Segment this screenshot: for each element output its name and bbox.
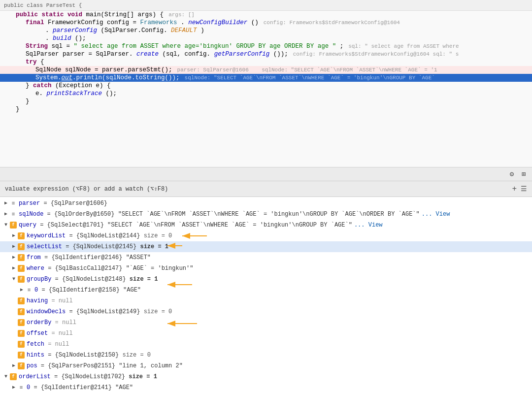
f-icon-query: f [10, 222, 17, 229]
toolbar-strip: ⚙ ⊞ [0, 167, 532, 181]
gear-icon[interactable]: ⚙ [507, 170, 516, 179]
code-line-11: e. printStackTrace (); [0, 90, 532, 98]
watch-item-offset[interactable]: ▶ f offset = null [0, 328, 532, 339]
toggle-query[interactable]: ▼ [2, 221, 10, 229]
watch-item-hints[interactable]: ▶ f hints = {SqlNodeList@2150} size = 0 [0, 350, 532, 360]
watch-item-having[interactable]: ▶ f having = null [0, 295, 532, 306]
code-line-13: } [0, 105, 532, 113]
watch-item-orderlist-0[interactable]: ▶ ≡ 0 = {SqlIdentifier@2141} "AGE" [0, 382, 532, 393]
watch-item-fetch[interactable]: ▶ f fetch = null [0, 339, 532, 350]
watch-item-sqlnode[interactable]: ▶ ≡ sqlNode = {SqlOrderBy@1650} "SELECT … [0, 209, 532, 220]
watch-panel[interactable]: ▶ ≡ parser = {SqlParser@1606} ▶ ≡ sqlNod… [0, 197, 532, 393]
code-line-6: SqlParser parser = SqlParser. create (sq… [0, 50, 532, 58]
f-icon-keywordlist: f [18, 232, 25, 239]
watch-header: valuate expression (⌥F8) or add a watch … [0, 181, 532, 197]
toggle-where[interactable]: ▶ [10, 264, 18, 272]
code-line-3: . parserConfig (SqlParser.Config. DEFAUL… [0, 27, 532, 34]
f-icon-selectlist: f [18, 243, 25, 250]
f-icon-having: f [18, 297, 25, 304]
code-line-4: . build (); [0, 34, 532, 42]
f-icon-orderlist: f [10, 373, 17, 380]
toggle-selectlist[interactable]: ▶ [10, 243, 18, 251]
add-watch-icon[interactable]: + [512, 185, 517, 194]
f-icon-hints: f [18, 352, 25, 359]
class-declaration: public class ParseTest { [4, 2, 82, 8]
f-icon-from: f [18, 254, 25, 261]
watch-item-groupby-0[interactable]: ▶ ≡ 0 = {SqlIdentifier@2158} "AGE" [0, 285, 532, 295]
code-line-12: } [0, 98, 532, 105]
toggle-parser[interactable]: ▶ [2, 199, 10, 207]
f-icon-offset: f [18, 330, 25, 337]
f-icon-where: f [18, 265, 25, 272]
code-panel: public class ParseTest { public static v… [0, 0, 532, 167]
split-icon[interactable]: ⊞ [519, 170, 528, 179]
watch-item-where[interactable]: ▶ f where = {SqlBasicCall@2147} "`AGE` =… [0, 263, 532, 274]
watch-item-parser[interactable]: ▶ ≡ parser = {SqlParser@1606} [0, 198, 532, 209]
f-icon-orderby: f [18, 319, 25, 326]
watch-header-icons: + ☰ [512, 185, 527, 194]
toggle-sqlnode[interactable]: ▶ [2, 210, 10, 218]
code-line-7: try { [0, 58, 532, 66]
f-icon-windowdecls: f [18, 308, 25, 315]
list-icon-sqlnode: ≡ [10, 211, 17, 218]
toggle-groupby-0[interactable]: ▶ [18, 286, 26, 294]
code-line-8: SqlNode sqlNode = parser.parseStmt(); pa… [0, 66, 532, 74]
toggle-orderlist-0[interactable]: ▶ [10, 384, 18, 392]
list-icon-orderlist-0: ≡ [18, 384, 25, 391]
code-line-2: final FrameworkConfig config = Framework… [0, 19, 532, 27]
f-icon-pos: f [18, 362, 25, 369]
watch-item-groupby[interactable]: ▼ f groupBy = {SqlNodeList@2148} size = … [0, 274, 532, 285]
f-icon-groupby: f [18, 276, 25, 283]
f-icon-fetch: f [18, 341, 25, 348]
watch-item-selectlist[interactable]: ▶ f selectList = {SqlNodeList@2145} size… [0, 241, 532, 252]
toggle-from[interactable]: ▶ [10, 254, 18, 262]
watch-item-query[interactable]: ▼ f query = {SqlSelect@1701} "SELECT `AG… [0, 220, 532, 230]
code-line-1: public static void main(String[] args) {… [0, 11, 532, 19]
watch-item-keywordlist[interactable]: ▶ f keywordList = {SqlNodeList@2144} siz… [0, 230, 532, 241]
watch-title: valuate expression (⌥F8) or add a watch … [5, 185, 168, 193]
toggle-orderlist[interactable]: ▼ [2, 373, 10, 381]
watch-options-icon[interactable]: ☰ [521, 185, 527, 193]
list-icon-groupby-0: ≡ [26, 287, 33, 294]
top-bar: public class ParseTest { [0, 0, 532, 11]
list-icon-parser: ≡ [10, 200, 17, 207]
watch-item-windowdecls[interactable]: ▶ f windowDecls = {SqlNodeList@2149} siz… [0, 306, 532, 317]
code-line-10: } catch (Exception e) { [0, 82, 532, 90]
watch-item-from[interactable]: ▶ f from = {SqlIdentifier@2146} "ASSET" [0, 252, 532, 263]
code-line-9: System.out.println(sqlNode.toString()); … [0, 74, 532, 82]
toggle-groupby[interactable]: ▼ [10, 275, 18, 283]
watch-item-orderby[interactable]: ▶ f orderBy = null [0, 317, 532, 328]
watch-item-pos[interactable]: ▶ f pos = {SqlParserPos@2151} "line 1, c… [0, 360, 532, 371]
watch-item-orderlist[interactable]: ▼ f orderList = {SqlNodeList@1702} size … [0, 371, 532, 382]
code-line-5: String sql = " select age from ASSET whe… [0, 42, 532, 50]
toggle-keywordlist[interactable]: ▶ [10, 232, 18, 240]
toggle-pos[interactable]: ▶ [10, 362, 18, 370]
